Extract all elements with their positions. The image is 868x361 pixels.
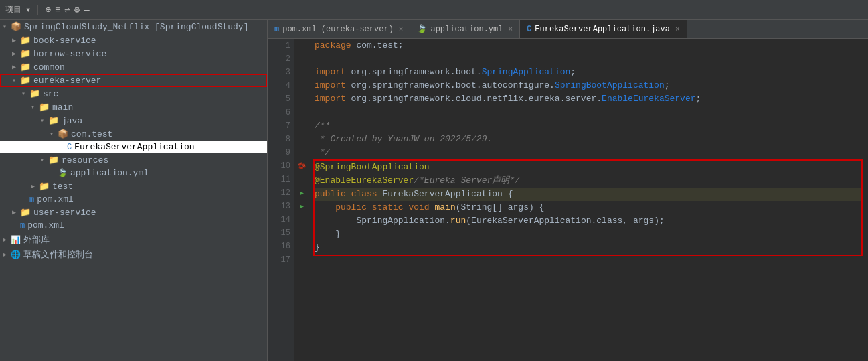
expand-arrow-comtest: ▾ — [50, 130, 56, 138]
expand-arrow-resources: ▾ — [40, 156, 47, 164]
toolbar-divider-1 — [37, 5, 38, 15]
gutter-1 — [294, 39, 309, 52]
gutter-8 — [294, 133, 309, 146]
gutter-11 — [294, 173, 309, 186]
expand-arrow-src: ▾ — [21, 90, 28, 98]
tab-java-label: EurekaServerApplication.java — [535, 25, 670, 34]
code-line-6 — [315, 106, 863, 119]
code-text-5: import org.springframework.cloud.netflix… — [315, 92, 863, 106]
sidebar-item-user-service[interactable]: ▶ 📁 user-service — [0, 206, 267, 219]
run-icon-13[interactable]: ▶ — [300, 202, 304, 210]
expand-arrow-book: ▶ — [12, 36, 19, 44]
expand-arrow-borrow: ▶ — [12, 50, 19, 58]
sidebar-item-borrow-label: borrow-service — [33, 49, 106, 59]
libs-icon: 📊 — [11, 235, 21, 245]
code-line-5: import org.springframework.cloud.netflix… — [315, 92, 863, 106]
root-folder-icon: 📦 — [11, 21, 21, 32]
sidebar-item-book-service[interactable]: ▶ 📁 book-service — [0, 33, 267, 47]
sidebar-item-pom-eureka[interactable]: m pom.xml — [0, 193, 267, 206]
code-text-14: SpringApplication.run(EurekaServerApplic… — [315, 214, 861, 228]
sidebar-item-comtest-label: com.test — [71, 129, 112, 139]
bean-icon: 🫘 — [298, 162, 306, 170]
sidebar-item-main[interactable]: ▾ 📁 main — [0, 100, 267, 114]
sidebar-item-com-test[interactable]: ▾ 📦 com.test — [0, 127, 267, 141]
add-icon[interactable]: ⊕ — [45, 4, 50, 15]
package-icon: 📦 — [58, 129, 68, 139]
code-text-1: package com.test; — [315, 39, 863, 52]
ln-4: 4 — [268, 79, 290, 92]
gutter-3 — [294, 66, 309, 79]
tab-yml[interactable]: 🍃 application.yml × — [410, 20, 520, 38]
sidebar-item-external-libs[interactable]: ▶ 📊 外部库 — [0, 232, 267, 247]
code-text-16: } — [315, 241, 861, 255]
ln-1: 1 — [268, 39, 290, 52]
common-folder-icon: 📁 — [20, 62, 31, 72]
sidebar-item-eureka-server[interactable]: ▾ 📁 eureka-server — [0, 74, 267, 87]
code-text-13: public static void main(String[] args) { — [315, 201, 861, 214]
ln-7: 7 — [268, 119, 290, 133]
ln-11: 11 — [268, 173, 290, 186]
sidebar-item-app-yml[interactable]: 🍃 application.yml — [0, 167, 267, 179]
gutter-16 — [294, 240, 309, 253]
code-line-3: import org.springframework.boot.SpringAp… — [315, 66, 863, 79]
dropdown-arrow-icon[interactable]: ▾ — [25, 4, 31, 15]
gutter-15 — [294, 226, 309, 240]
run-icon-12[interactable]: ▶ — [300, 189, 304, 197]
tab-yml-close[interactable]: × — [508, 25, 513, 33]
ln-2: 2 — [268, 52, 290, 66]
sidebar-item-src[interactable]: ▾ 📁 src — [0, 87, 267, 100]
code-line-4: import org.springframework.boot.autoconf… — [315, 79, 863, 92]
tab-java-close[interactable]: × — [675, 25, 680, 33]
code-line-17 — [315, 256, 863, 269]
settings-icon[interactable]: ⚙ — [74, 4, 80, 15]
sidebar-item-borrow-service[interactable]: ▶ 📁 borrow-service — [0, 47, 267, 60]
sidebar-item-libs-label: 外部库 — [23, 234, 50, 246]
sidebar-item-pomroot-label: pom.xml — [27, 220, 64, 230]
gutter-13: ▶ — [294, 200, 309, 213]
sidebar-item-java[interactable]: ▾ 📁 java — [0, 114, 267, 127]
ln-15: 15 — [268, 226, 290, 240]
list-icon[interactable]: ≡ — [55, 5, 60, 15]
gutter-7 — [294, 119, 309, 133]
code-line-13: public static void main(String[] args) { — [315, 201, 861, 214]
sidebar-item-test[interactable]: ▶ 📁 test — [0, 179, 267, 193]
ln-5: 5 — [268, 92, 290, 106]
class-file-icon: C — [67, 143, 72, 152]
line-numbers: 1 2 3 4 5 6 7 8 9 10 11 12 13 14 15 16 1… — [268, 39, 294, 361]
tab-yml-icon: 🍃 — [417, 24, 427, 34]
pom-file-icon-root: m — [20, 221, 25, 230]
gutter-9 — [294, 146, 309, 159]
pom-file-icon-eureka: m — [29, 195, 34, 204]
sidebar-item-scratch[interactable]: ▶ 🌐 草稿文件和控制台 — [0, 247, 267, 262]
code-editor: 1 2 3 4 5 6 7 8 9 10 11 12 13 14 15 16 1… — [268, 39, 868, 361]
tab-pom-close[interactable]: × — [399, 25, 404, 33]
sidebar-item-eureka-app[interactable]: C EurekaServerApplication — [0, 141, 267, 153]
sidebar-item-eurekaapp-label: EurekaServerApplication — [74, 142, 194, 152]
code-content-wrapper: package com.test; import org.springframe… — [309, 39, 868, 361]
gutter-5 — [294, 92, 309, 106]
tab-pom[interactable]: m pom.xml (eureka-server) × — [268, 20, 410, 38]
expand-arrow-main: ▾ — [31, 103, 37, 111]
sidebar: ▾ 📦 SpringCloudStudy_Netflix [SpringClou… — [0, 20, 268, 361]
sidebar-item-resources[interactable]: ▾ 📁 resources — [0, 153, 267, 167]
sync-icon[interactable]: ⇌ — [64, 4, 70, 15]
code-line-10: @SpringBootApplication — [315, 161, 861, 174]
expand-arrow-eureka: ▾ — [12, 76, 19, 84]
sidebar-item-root[interactable]: ▾ 📦 SpringCloudStudy_Netflix [SpringClou… — [0, 20, 267, 33]
sidebar-item-common[interactable]: ▶ 📁 common — [0, 60, 267, 74]
code-text-17 — [315, 256, 863, 269]
sidebar-item-root-label: SpringCloudStudy_Netflix [SpringCloudStu… — [24, 22, 248, 32]
sidebar-item-pom-root[interactable]: m pom.xml — [0, 219, 267, 232]
tab-java[interactable]: C EurekaServerApplication.java × — [520, 20, 687, 38]
ln-12: 12 — [268, 186, 290, 200]
minimize-icon[interactable]: — — [84, 5, 89, 15]
code-line-2 — [315, 52, 863, 66]
expand-arrow-root: ▾ — [3, 23, 9, 31]
code-text-6 — [315, 106, 863, 119]
code-content[interactable]: package com.test; import org.springframe… — [309, 39, 868, 269]
code-line-14: SpringApplication.run(EurekaServerApplic… — [315, 214, 861, 228]
gutter-column: 🫘 ▶ ▶ — [294, 39, 309, 361]
code-text-11: @EnableEurekaServer/*Eureka Server声明*/ — [315, 174, 861, 188]
code-line-9: */ — [315, 146, 863, 159]
tab-pom-label: pom.xml (eureka-server) — [282, 25, 394, 34]
